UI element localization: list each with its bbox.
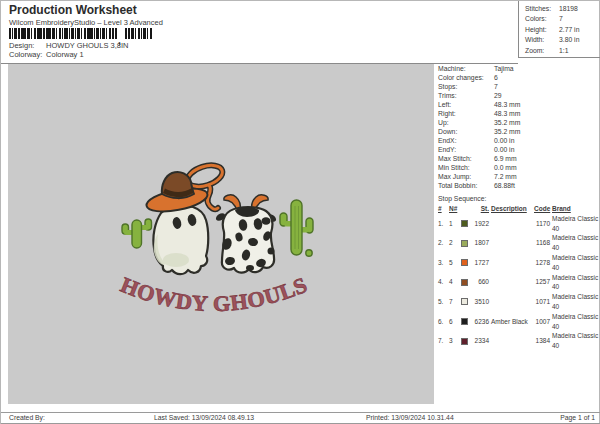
machine-info-row: Left:48.3 mm [438,100,600,109]
machine-info-row: Max Jump:7.2 mm [438,172,600,181]
cactus-left-icon [122,219,152,248]
summary-row: Zoom:1:1 [525,46,600,56]
col-description: Description [491,204,534,214]
colorway-row: Colorway: Colorway 1 [9,50,84,59]
machine-info-row: Color changes:6 [438,73,600,82]
stop-sequence-row: 6.66236Amber Black1007Madeira Classic 40 [438,312,600,332]
col-brand: Brand [552,204,600,214]
stop-sequence-cell-needle: 5 [449,258,461,268]
thread-color-swatch [461,298,468,305]
machine-info-label: Up: [438,118,494,127]
stop-sequence-row: 3.517271278Madeira Classic 40 [438,253,600,273]
machine-info-row: Max Stitch:6.9 mm [438,154,600,163]
cactus-right-icon [280,200,313,256]
thread-color-swatch [461,259,468,266]
summary-value: 1:1 [559,46,568,56]
machine-info-value: 48.3 mm [494,109,520,118]
machine-info-label: Min Stitch: [438,163,494,172]
machine-info-rows: Machine:TajimaColor changes:6Stops:7Trim… [438,64,600,190]
summary-label: Zoom: [525,46,559,56]
machine-info-row: Trims:29 [438,91,600,100]
machine-info-label: Left: [438,100,494,109]
stop-sequence-cell-brand: Madeira Classic 40 [552,233,600,253]
thread-color-swatch [461,338,468,345]
machine-info-row: Total Bobbin:68.88ft [438,181,600,190]
machine-info-value: 29 [494,91,502,100]
machine-info-row: Stops:7 [438,82,600,91]
machine-info-row: Min Stitch:0.0 mm [438,163,600,172]
stop-sequence-header-row: # N# St. Description Code Brand [438,204,600,214]
stop-sequence-cell-needle: 7 [449,297,461,307]
stop-sequence-cell-brand: Madeira Classic 40 [552,273,600,293]
machine-info-label: Stops: [438,82,494,91]
stop-sequence-cell-num: 5. [438,297,449,307]
thread-color-cell [461,240,472,247]
machine-info-label: Trims: [438,91,494,100]
colorway-value: Colorway 1 [46,50,84,59]
machine-info-label: Right: [438,109,494,118]
stop-sequence-cell-desc: Amber Black [491,317,534,327]
thread-color-cell [461,279,472,286]
design-arc-title: HOWDY GHOULS [117,272,311,316]
summary-row: Height:2.77 in [525,25,600,35]
summary-value: 18198 [559,4,578,14]
machine-info-value: 0.0 mm [494,163,517,172]
stop-sequence-cell-st: 6236 [472,317,491,327]
col-needle: N# [449,204,461,214]
summary-row: Width:3.80 in [525,35,600,45]
footer-printed: Printed: 13/09/2024 10.31.44 [366,414,454,421]
barcode-bars-group1 [9,28,117,39]
barcode-bars-group2 [125,28,152,39]
footer-last-saved: Last Saved: 13/09/2024 08.49.13 [154,414,254,421]
stop-sequence-cell-num: 1. [438,219,449,229]
stop-sequence-cell-code: 1071 [534,297,552,307]
stop-sequence-row: 4.46601257Madeira Classic 40 [438,273,600,293]
footer-separator-top [1,412,600,413]
stop-sequence-cell-code: 1384 [534,336,552,346]
machine-info-label: Max Jump: [438,172,494,181]
stop-sequence-cell-st: 1727 [472,258,491,268]
design-summary-box: Stitches:18198Colors:7Height:2.77 inWidt… [518,1,600,58]
machine-info-row: Machine:Tajima [438,64,600,73]
stop-sequence-cell-needle: 4 [449,277,461,287]
stop-sequence-cell-brand: Madeira Classic 40 [552,292,600,312]
footer-created-by: Created By: [9,414,45,421]
machine-info-row: Right:48.3 mm [438,109,600,118]
stop-sequence-cell-needle: 3 [449,336,461,346]
colorway-label: Colorway: [9,50,44,59]
thread-color-cell [461,259,472,266]
stop-sequence-rows: 1.119221170Madeira Classic 402.218071168… [438,214,600,351]
stop-sequence-cell-needle: 6 [449,317,461,327]
stop-sequence-title: Stop Sequence: [438,194,600,203]
machine-info-panel: Machine:TajimaColor changes:6Stops:7Trim… [434,64,600,351]
stop-sequence-cell-needle: 2 [449,238,461,248]
thread-color-cell [461,220,472,227]
col-code: Code [534,204,552,214]
stop-sequence-cell-num: 7. [438,336,449,346]
machine-info-row: EndY:0.00 in [438,145,600,154]
machine-info-label: Down: [438,127,494,136]
ghost-cow [215,195,278,273]
col-num: # [438,204,449,214]
machine-info-label: EndY: [438,145,494,154]
thread-color-swatch [461,279,468,286]
stop-sequence-cell-brand: Madeira Classic 40 [552,312,600,332]
machine-info-value: 35.2 mm [494,127,520,136]
stop-sequence-cell-st: 660 [472,277,491,287]
stop-sequence-cell-st: 1807 [472,238,491,248]
machine-info-value: 7 [494,82,498,91]
design-preview-area: HOWDY GHOULS [8,64,434,404]
stop-sequence-cell-code: 1168 [534,238,552,248]
machine-info-row: Down:35.2 mm [438,127,600,136]
production-worksheet-page: Production Worksheet Wilcom EmbroiderySt… [0,0,600,424]
stop-sequence-row: 2.218071168Madeira Classic 40 [438,233,600,253]
stop-sequence-cell-brand: Madeira Classic 40 [552,253,600,273]
summary-label: Colors: [525,14,559,24]
stop-sequence-row: 1.119221170Madeira Classic 40 [438,214,600,234]
summary-label: Width: [525,35,559,45]
summary-value: 7 [559,14,563,24]
page-title: Production Worksheet [9,3,137,17]
stop-sequence-cell-brand: Madeira Classic 40 [552,214,600,234]
stop-sequence-cell-num: 3. [438,258,449,268]
stop-sequence-cell-code: 1170 [534,219,552,229]
